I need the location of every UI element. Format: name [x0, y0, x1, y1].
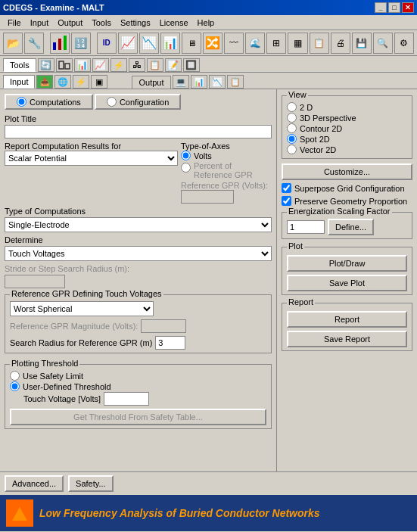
- tb-icon-11[interactable]: 〰: [224, 33, 244, 54]
- user-defined-radio[interactable]: [10, 381, 20, 391]
- plotting-threshold-section: Plotting Threshold Use Safety Limit User…: [5, 364, 272, 429]
- tb-icon-14[interactable]: ▦: [288, 33, 307, 54]
- minimize-btn[interactable]: _: [375, 2, 387, 13]
- energization-input[interactable]: [287, 220, 325, 234]
- tab-icon-3[interactable]: 📊: [74, 58, 91, 72]
- axes-volts-radio[interactable]: [181, 151, 191, 160]
- report-section-title: Report: [287, 297, 315, 306]
- tab-icon-8[interactable]: 📝: [165, 58, 182, 72]
- view-3d-radio[interactable]: [287, 113, 297, 123]
- configuration-label: Configuration: [120, 98, 169, 107]
- tab-icon-7[interactable]: 📋: [147, 58, 163, 72]
- view-vector-row: Vector 2D: [287, 145, 407, 154]
- tab-input[interactable]: Input: [3, 75, 35, 89]
- user-defined-label: User-Defined Threshold: [23, 382, 111, 391]
- ref-gpr-dropdown[interactable]: Worst Spherical: [10, 301, 154, 316]
- use-safety-row: Use Safety Limit: [10, 371, 266, 381]
- tab-output[interactable]: Output: [132, 76, 170, 89]
- output-icon-1[interactable]: 💻: [173, 75, 189, 89]
- tb-icon-19[interactable]: ⚙: [394, 33, 414, 54]
- view-3d-row: 3D Perspective: [287, 113, 407, 123]
- plot-draw-btn[interactable]: Plot/Draw: [287, 255, 407, 272]
- menu-help[interactable]: Help: [193, 17, 219, 29]
- view-spot-radio[interactable]: [287, 134, 297, 144]
- view-vector-radio[interactable]: [287, 145, 297, 154]
- tb-icon-16[interactable]: 🖨: [331, 33, 350, 54]
- safety-btn[interactable]: Safety...: [68, 475, 114, 492]
- menu-input[interactable]: Input: [26, 17, 53, 29]
- ref-gpr-volts-input[interactable]: [181, 190, 234, 204]
- view-contour-radio[interactable]: [287, 123, 297, 133]
- tb-icon-5[interactable]: ID: [97, 33, 117, 54]
- save-plot-btn[interactable]: Save Plot: [287, 275, 407, 291]
- touch-voltage-input[interactable]: [104, 392, 149, 406]
- input-icon-4[interactable]: ▣: [91, 75, 107, 89]
- menu-tools[interactable]: Tools: [87, 17, 116, 29]
- tab-icon-4[interactable]: 📈: [92, 58, 109, 72]
- computations-tab[interactable]: Computations: [5, 94, 93, 110]
- output-icon-4[interactable]: 📋: [227, 75, 244, 89]
- save-report-btn[interactable]: Save Report: [287, 331, 407, 347]
- determine-group: Determine Touch Voltages: [5, 235, 272, 261]
- superpose-label: Superpose Grid Configuration: [294, 184, 405, 193]
- chart-btn[interactable]: [50, 33, 70, 54]
- ref-gpr-magnitude-input[interactable]: [141, 319, 186, 333]
- tab-icon-1[interactable]: 🔄: [38, 58, 54, 72]
- tb-icon-8[interactable]: 📊: [160, 33, 180, 54]
- title-bar: CDEGS - Examine - MALT _ □ ✕: [0, 0, 417, 15]
- input-icon-3[interactable]: ⚡: [73, 75, 89, 89]
- tab-tools[interactable]: Tools: [3, 58, 36, 72]
- tb-icon-6[interactable]: 📈: [118, 33, 138, 54]
- search-radius-input[interactable]: [155, 336, 185, 350]
- stride-input[interactable]: [5, 275, 65, 288]
- configuration-radio[interactable]: [107, 97, 117, 107]
- view-3d-label: 3D Perspective: [300, 114, 356, 123]
- preserve-row: Preserve Geometry Proportion: [282, 196, 412, 206]
- tab-icon-9[interactable]: 🔲: [183, 58, 200, 72]
- tab-icon-5[interactable]: ⚡: [110, 58, 127, 72]
- input-icon-2[interactable]: 🌐: [54, 75, 71, 89]
- maximize-btn[interactable]: □: [388, 2, 400, 13]
- advanced-btn[interactable]: Advanced...: [5, 475, 64, 492]
- settings-btn[interactable]: 🔧: [24, 33, 44, 54]
- customize-btn[interactable]: Customize...: [282, 163, 412, 180]
- tb-icon-17[interactable]: 💾: [352, 33, 372, 54]
- close-btn[interactable]: ✕: [402, 2, 414, 13]
- computations-radio[interactable]: [17, 97, 26, 107]
- plot-title-label: Plot Title: [5, 114, 272, 123]
- superpose-checkbox[interactable]: [282, 183, 291, 193]
- preserve-checkbox[interactable]: [282, 196, 291, 206]
- menu-settings[interactable]: Settings: [116, 17, 155, 29]
- axes-percent-radio[interactable]: [181, 163, 191, 173]
- window-controls[interactable]: _ □ ✕: [375, 2, 414, 13]
- menu-license[interactable]: License: [155, 17, 193, 29]
- calc-btn[interactable]: 🔢: [71, 33, 91, 54]
- menu-output[interactable]: Output: [53, 17, 87, 29]
- tab-icon-6[interactable]: 🖧: [129, 58, 145, 72]
- input-icon-1[interactable]: 📥: [36, 75, 53, 89]
- use-safety-radio[interactable]: [10, 371, 20, 381]
- tb-icon-9[interactable]: 🖥: [182, 33, 201, 54]
- configuration-tab[interactable]: Configuration: [95, 94, 181, 110]
- output-icon-3[interactable]: 📉: [209, 75, 226, 89]
- plot-title-input[interactable]: [5, 125, 272, 138]
- tb-icon-12[interactable]: 🌊: [245, 33, 265, 54]
- menu-file[interactable]: File: [3, 17, 26, 29]
- tb-icon-10[interactable]: 🔀: [203, 33, 223, 54]
- view-2d-radio[interactable]: [287, 102, 297, 112]
- view-spot-row: Spot 2D: [287, 134, 407, 144]
- tb-icon-7[interactable]: 📉: [139, 33, 159, 54]
- define-btn[interactable]: Define...: [328, 219, 374, 235]
- output-icon-2[interactable]: 📊: [191, 75, 207, 89]
- tab-icon-2[interactable]: [56, 58, 73, 72]
- tb-icon-18[interactable]: 🔍: [373, 33, 393, 54]
- get-threshold-btn[interactable]: Get Threshold From Safety Table...: [10, 409, 266, 425]
- tb-icon-13[interactable]: ⊞: [266, 33, 286, 54]
- determine-select[interactable]: Touch Voltages: [5, 246, 272, 261]
- tb-icon-15[interactable]: 📋: [310, 33, 329, 54]
- report-btn[interactable]: Report: [287, 311, 407, 328]
- view-contour-label: Contour 2D: [300, 124, 342, 133]
- report-select[interactable]: Scalar Potential: [5, 151, 178, 166]
- open-folder-btn[interactable]: 📂: [3, 33, 23, 54]
- type-computations-select[interactable]: Single-Electrode: [5, 217, 272, 232]
